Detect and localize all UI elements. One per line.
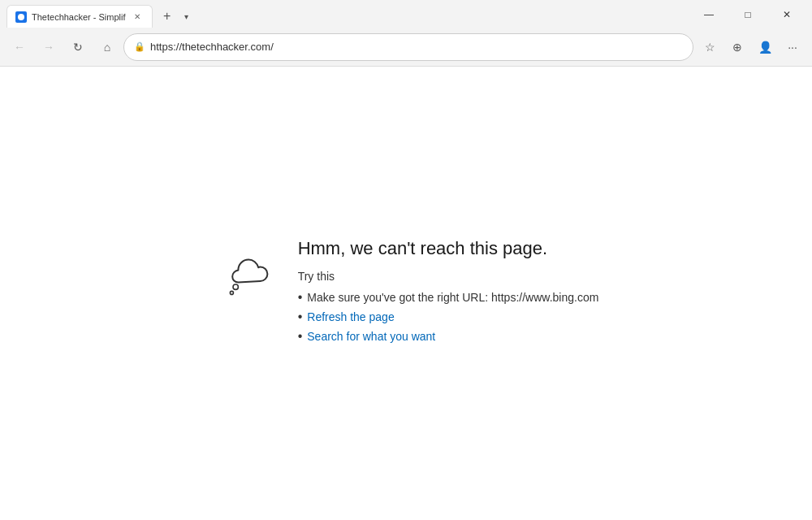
back-button[interactable]: ← [6,34,32,60]
settings-button[interactable]: ··· [780,34,806,60]
lock-icon: 🔒 [134,41,145,52]
close-button[interactable]: ✕ [768,5,806,24]
tab-close-button[interactable]: ✕ [131,11,144,24]
tab-list-button[interactable]: ▾ [179,5,195,28]
address-bar[interactable]: 🔒 [123,33,693,61]
page-content: Hmm, we can't reach this page. Try this … [0,67,812,520]
error-heading: Hmm, we can't reach this page. [298,237,599,261]
tab-favicon [15,11,27,23]
refresh-page-link[interactable]: Refresh the page [307,310,394,323]
profile-button[interactable]: 👤 [752,34,778,60]
favorites-button[interactable]: ☆ [697,34,723,60]
suggestion-url: • Make sure you've got the right URL: ht… [298,291,599,304]
new-tab-button[interactable]: + [156,5,179,28]
try-this-label: Try this [298,270,599,283]
minimize-button[interactable]: — [690,5,728,24]
refresh-button[interactable]: ↻ [65,34,91,60]
maximize-button[interactable]: □ [729,5,767,24]
forward-button[interactable]: → [36,34,62,60]
suggestion-refresh: • Refresh the page [298,310,599,323]
cloud-icon [214,245,279,310]
tab-bar: Thetechhacker - Simplif ✕ + ▾ [6,5,690,28]
suggestion-search: • Search for what you want [298,330,599,343]
error-container: Hmm, we can't reach this page. Try this … [214,237,599,350]
address-input[interactable] [150,41,683,53]
cloud-illustration [214,237,279,314]
bullet-icon: • [298,291,303,304]
svg-point-1 [230,291,233,294]
active-tab[interactable]: Thetechhacker - Simplif ✕ [6,5,153,28]
title-bar: Thetechhacker - Simplif ✕ + ▾ — □ ✕ [0,0,812,28]
tab-label: Thetechhacker - Simplif [32,12,126,22]
bullet-icon-3: • [298,330,303,343]
bullet-icon-2: • [298,310,303,323]
window-controls: — □ ✕ [690,5,806,28]
suggestion-url-text: Make sure you've got the right URL: http… [307,291,598,304]
home-button[interactable]: ⌂ [94,34,120,60]
toolbar: ← → ↻ ⌂ 🔒 ☆ ⊕ 👤 ··· [0,28,812,67]
collections-button[interactable]: ⊕ [724,34,750,60]
toolbar-actions: ☆ ⊕ 👤 ··· [697,34,806,60]
browser-window: Thetechhacker - Simplif ✕ + ▾ — □ ✕ ← → … [0,0,812,520]
svg-point-0 [233,284,238,289]
search-link[interactable]: Search for what you want [307,330,435,343]
error-text: Hmm, we can't reach this page. Try this … [298,237,599,350]
suggestions-list: • Make sure you've got the right URL: ht… [298,291,599,343]
